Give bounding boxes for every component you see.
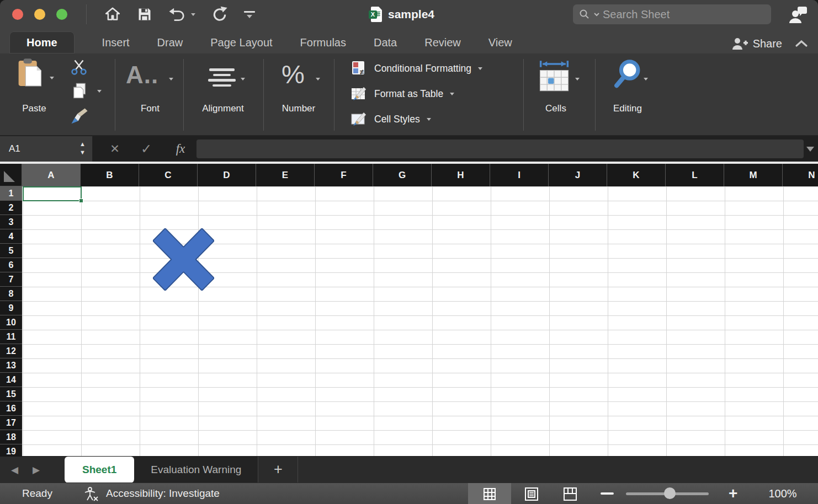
- row-header-8[interactable]: 8: [0, 287, 22, 301]
- col-header-L[interactable]: L: [666, 164, 724, 186]
- col-header-J[interactable]: J: [549, 164, 607, 186]
- close-window-button[interactable]: [12, 9, 23, 20]
- col-header-B[interactable]: B: [81, 164, 139, 186]
- row-header-19[interactable]: 19: [0, 444, 22, 456]
- row-header-5[interactable]: 5: [0, 244, 22, 258]
- col-header-F[interactable]: F: [315, 164, 373, 186]
- row-header-11[interactable]: 11: [0, 330, 22, 344]
- cell-area[interactable]: [22, 186, 818, 456]
- contacts-button[interactable]: [786, 3, 810, 26]
- alignment-dropdown-caret[interactable]: [241, 78, 245, 81]
- name-box-spinner[interactable]: ▲ ▼: [79, 140, 86, 157]
- row-header-9[interactable]: 9: [0, 301, 22, 315]
- selected-cell-A1[interactable]: [23, 186, 82, 201]
- tab-review[interactable]: Review: [424, 31, 461, 53]
- undo-button[interactable]: [168, 6, 195, 23]
- row-header-13[interactable]: 13: [0, 358, 22, 373]
- number-dropdown-caret[interactable]: [316, 78, 320, 81]
- cut-button[interactable]: [70, 59, 88, 78]
- tab-data[interactable]: Data: [374, 31, 397, 53]
- zoom-window-button[interactable]: [56, 9, 67, 20]
- page-break-view-button[interactable]: [557, 483, 583, 504]
- font-dropdown-caret[interactable]: [169, 78, 173, 81]
- row-header-17[interactable]: 17: [0, 416, 22, 430]
- tab-formulas[interactable]: Formulas: [300, 31, 346, 53]
- zoom-level[interactable]: 100%: [755, 483, 810, 504]
- next-sheet-arrow-icon[interactable]: ▶: [33, 464, 40, 476]
- copy-dropdown-caret[interactable]: [97, 90, 102, 93]
- format-painter-button[interactable]: [70, 108, 89, 127]
- percent-icon[interactable]: %: [281, 59, 305, 89]
- editing-button[interactable]: [613, 59, 641, 91]
- share-button[interactable]: Share: [753, 37, 782, 50]
- customize-toolbar-button[interactable]: [244, 11, 255, 18]
- search-sheet-box[interactable]: [573, 4, 771, 24]
- row-header-18[interactable]: 18: [0, 430, 22, 444]
- insert-function-button[interactable]: fx: [171, 136, 190, 162]
- col-header-D[interactable]: D: [198, 164, 256, 186]
- editing-dropdown-caret[interactable]: [644, 78, 648, 81]
- col-header-H[interactable]: H: [432, 164, 490, 186]
- select-all-corner[interactable]: [0, 164, 22, 186]
- save-button[interactable]: [137, 7, 152, 22]
- row-header-14[interactable]: 14: [0, 373, 22, 387]
- search-scope-chevron-icon[interactable]: [594, 12, 599, 17]
- collapse-ribbon-chevron-icon[interactable]: [795, 40, 808, 47]
- col-header-A[interactable]: A: [22, 164, 81, 186]
- spinner-up-icon[interactable]: ▲: [79, 140, 86, 148]
- copy-button[interactable]: [71, 82, 88, 102]
- sheet-tab-sheet1[interactable]: Sheet1: [65, 457, 134, 483]
- conditional-formatting-button[interactable]: ≠ Conditional Formatting: [351, 60, 482, 77]
- sheet-tab-evaluation-warning[interactable]: Evaluation Warning: [134, 457, 258, 483]
- accessibility-button[interactable]: [83, 487, 99, 503]
- tab-view[interactable]: View: [488, 31, 512, 53]
- col-header-K[interactable]: K: [607, 164, 666, 186]
- normal-view-button[interactable]: [468, 483, 511, 504]
- redo-button[interactable]: [211, 6, 229, 23]
- add-sheet-button[interactable]: +: [258, 457, 298, 483]
- cells-dropdown-caret[interactable]: [575, 78, 580, 81]
- cancel-entry-button[interactable]: ✕: [107, 136, 123, 162]
- zoom-out-button[interactable]: [601, 492, 614, 495]
- page-layout-view-button[interactable]: [519, 483, 544, 504]
- row-header-16[interactable]: 16: [0, 401, 22, 416]
- row-header-10[interactable]: 10: [0, 315, 22, 330]
- undo-dropdown-caret[interactable]: [191, 13, 195, 16]
- tab-home[interactable]: Home: [9, 31, 75, 53]
- row-header-7[interactable]: 7: [0, 272, 22, 287]
- home-quick-button[interactable]: [104, 6, 121, 23]
- row-header-1[interactable]: 1: [0, 186, 22, 201]
- format-as-table-button[interactable]: Format as Table: [351, 85, 454, 102]
- row-header-4[interactable]: 4: [0, 229, 22, 244]
- col-header-N[interactable]: N: [783, 164, 818, 186]
- expand-formula-bar-chevron-icon[interactable]: [806, 147, 814, 152]
- zoom-slider-thumb[interactable]: [664, 487, 676, 499]
- tab-draw[interactable]: Draw: [157, 31, 183, 53]
- prev-sheet-arrow-icon[interactable]: ◀: [11, 464, 18, 476]
- row-header-6[interactable]: 6: [0, 258, 22, 272]
- tab-insert[interactable]: Insert: [102, 31, 130, 53]
- confirm-entry-button[interactable]: ✓: [137, 136, 156, 162]
- col-header-C[interactable]: C: [139, 164, 198, 186]
- col-header-M[interactable]: M: [724, 164, 783, 186]
- alignment-icon[interactable]: [208, 68, 236, 89]
- row-header-3[interactable]: 3: [0, 215, 22, 229]
- col-header-G[interactable]: G: [373, 164, 432, 186]
- zoom-in-button[interactable]: +: [729, 483, 737, 503]
- cross-shape[interactable]: [153, 228, 214, 291]
- fill-handle[interactable]: [79, 199, 83, 203]
- paste-dropdown-caret[interactable]: [50, 77, 54, 79]
- cells-button[interactable]: [539, 60, 570, 94]
- paste-button[interactable]: [15, 58, 44, 91]
- row-header-12[interactable]: 12: [0, 344, 22, 358]
- minimize-window-button[interactable]: [34, 9, 45, 20]
- tab-page-layout[interactable]: Page Layout: [210, 31, 272, 53]
- name-box[interactable]: A1 ▲ ▼: [0, 136, 93, 162]
- cell-styles-button[interactable]: Cell Styles: [351, 111, 431, 127]
- row-header-2[interactable]: 2: [0, 201, 22, 215]
- formula-input[interactable]: [196, 140, 804, 158]
- col-header-E[interactable]: E: [256, 164, 315, 186]
- font-settings-icon[interactable]: A..: [126, 61, 158, 89]
- col-header-I[interactable]: I: [490, 164, 549, 186]
- row-header-15[interactable]: 15: [0, 387, 22, 401]
